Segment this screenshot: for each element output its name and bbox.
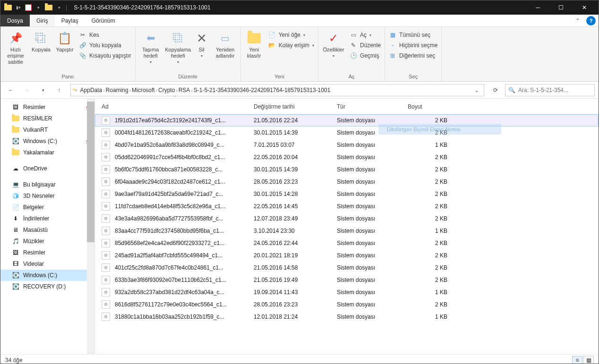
file-row[interactable]: ⚙4bd07e1ba952c6aa9bf83a8d98c08949_c...7.…	[95, 139, 599, 151]
qat-arrow-icon[interactable]: ▮▾	[15, 4, 22, 11]
sidebar-item[interactable]: ⬇İndirilenler	[0, 213, 94, 224]
newfolder-button[interactable]: Yeni klasör	[243, 30, 265, 60]
scrollbar[interactable]	[87, 99, 94, 354]
icons-view-button[interactable]: ▦	[583, 356, 594, 364]
file-row[interactable]: ⚙1f91d2d17ea675d4c2c3192e241743f9_c1...2…	[95, 114, 599, 127]
tab-home[interactable]: Giriş	[30, 15, 55, 26]
file-type: Sistem dosyası	[337, 313, 408, 320]
file-date: 20.01.2021 18:19	[254, 252, 337, 259]
file-date: 12.07.2018 23:49	[254, 215, 337, 222]
moveto-button[interactable]: ⬅Taşıma hedefi▾	[137, 30, 164, 65]
details-view-button[interactable]: ≡	[572, 356, 582, 364]
sidebar-item[interactable]: Yakalamalar	[0, 147, 94, 158]
sidebar-item[interactable]: 🎞Videolar	[0, 258, 94, 270]
scrollbar-thumb[interactable]	[87, 102, 94, 242]
sidebar[interactable]: 🖼Resimler📌RESİMLERVulkanRT💽Windows (C:)📌…	[0, 99, 95, 354]
column-name[interactable]: Ad	[102, 103, 254, 110]
file-row[interactable]: ⚙43e3a4a9826996aba5d7727553958fbf_c...12…	[95, 212, 599, 225]
copy-button[interactable]: ⿻Kopyala	[30, 30, 52, 54]
tab-file[interactable]: Dosya	[0, 15, 30, 26]
breadcrumb-item[interactable]: Roaming	[105, 87, 129, 93]
file-type: Sistem dosyası	[337, 264, 408, 271]
file-row[interactable]: ⚙6f04aaade9c294c03f182cd2487ce612_c1...2…	[95, 176, 599, 188]
sidebar-item[interactable]: ☁OneDrive	[0, 163, 94, 174]
file-row[interactable]: ⚙31880c1a1bba16b03aa252cb192b1f59_c...12…	[95, 311, 599, 323]
file-row[interactable]: ⚙05dd622046991c7cce54f6b4bf0c8bd2_c1...2…	[95, 151, 599, 163]
file-name: 8616d8f52761172c79e0e03c4bec5564_c1...	[115, 301, 254, 308]
invertselection-button[interactable]: ⊞Diğerlerini seç	[387, 51, 439, 61]
column-size[interactable]: Boyut	[408, 103, 447, 110]
file-list[interactable]: ⚙1f91d2d17ea675d4c2c3192e241743f9_c1...2…	[95, 114, 599, 323]
breadcrumb-item[interactable]: RSA	[178, 87, 191, 93]
sidebar-item[interactable]: 💽Windows (C:)📌	[0, 135, 94, 147]
file-row[interactable]: ⚙401cf25c2fd8a870d7c67fe4c0b24861_c1...2…	[95, 262, 599, 274]
breadcrumb-item[interactable]: AppData	[79, 87, 103, 93]
recent-dropdown[interactable]: ▾	[36, 84, 50, 97]
column-type[interactable]: Tür	[337, 103, 408, 110]
breadcrumb-item[interactable]: Crypto	[157, 87, 176, 93]
sidebar-item[interactable]: 🧊3D Nesneler	[0, 190, 94, 202]
file-row[interactable]: ⚙9ae3aef79a91d425bf2a5da69e721ad7_c...30…	[95, 188, 599, 200]
copypath-button[interactable]: 🔗Yolu kopyala	[77, 40, 133, 51]
cut-button[interactable]: ✂Kes	[77, 30, 133, 40]
file-row[interactable]: ⚙85d96568ef2e4ca42ed6f90f22933272_c1...2…	[95, 237, 599, 249]
breadcrumb-item[interactable]: Microsoft	[131, 87, 156, 93]
maximize-button[interactable]: ☐	[550, 0, 572, 15]
sidebar-item[interactable]: 💻Bu bilgisayar	[0, 179, 94, 190]
file-row[interactable]: ⚙932a2db58c237abd381d22df4c63a04a_c...19…	[95, 286, 599, 298]
collapse-ribbon-icon[interactable]: ⌃	[572, 15, 583, 26]
file-row[interactable]: ⚙245ad91a2f5af4abf7cbfd555c498494_c1...2…	[95, 249, 599, 262]
sidebar-item[interactable]: VulkanRT	[0, 124, 94, 135]
tab-view[interactable]: Görünüm	[85, 15, 122, 26]
search-icon: 🔍	[508, 87, 515, 93]
tab-share[interactable]: Paylaş	[55, 15, 85, 26]
sidebar-item[interactable]: 🖥Masaüstü	[0, 224, 94, 236]
copyto-button[interactable]: ⿻Kopyalama hedefi▾	[165, 30, 191, 65]
file-row[interactable]: ⚙11fd7cdaeb8ed414eb48f53c5c82e96a_c1...2…	[95, 200, 599, 212]
column-date[interactable]: Değiştirme tarihi	[254, 103, 337, 110]
back-button[interactable]: ←	[4, 84, 17, 97]
open-button[interactable]: ▭Aç ▾	[348, 30, 383, 40]
help-icon[interactable]: ?	[586, 16, 596, 25]
up-button[interactable]: ↑	[52, 84, 66, 97]
selectall-button[interactable]: ▦Tümünü seç	[387, 30, 439, 40]
file-name: 245ad91a2f5af4abf7cbfd555c498494_c1...	[115, 252, 254, 259]
properties-icon[interactable]: ✓	[25, 4, 32, 11]
file-size: 2 KB	[408, 166, 447, 173]
sidebar-item[interactable]: 🖼Resimler	[0, 247, 94, 258]
search-input[interactable]: 🔍 Ara: S-1-5-21-354...	[505, 84, 595, 96]
sidebar-item[interactable]: 💽RECOVERY (D:)	[0, 281, 94, 292]
minimize-button[interactable]: ─	[527, 0, 548, 15]
easyaccess-button[interactable]: 📂Kolay erişim ▾	[266, 40, 316, 51]
sidebar-item[interactable]: 🎵Müzikler	[0, 236, 94, 247]
file-row[interactable]: ⚙633b3ae3f86f93092e07be1110b62c51_c1...2…	[95, 274, 599, 286]
address-dropdown[interactable]: ⌄	[471, 87, 482, 93]
newitem-button[interactable]: 📄Yeni öğe ▾	[266, 30, 316, 40]
qat-more-icon[interactable]: ▾	[55, 4, 63, 11]
edit-button[interactable]: ✎Düzenle	[348, 40, 383, 51]
refresh-button[interactable]: ⟳	[489, 87, 502, 93]
properties-button[interactable]: ✓Özellikler▾	[320, 30, 347, 59]
chevron-right-icon[interactable]: «	[75, 87, 77, 93]
sidebar-item[interactable]: 📄Belgeler	[0, 202, 94, 213]
breadcrumb-item[interactable]: S-1-5-21-3543390346-2242091764-185791531…	[193, 87, 332, 93]
paste-button[interactable]: 📋Yapıştır	[53, 30, 76, 54]
pasteshortcut-button[interactable]: 📎Kısayolu yapıştır	[77, 51, 133, 61]
file-row[interactable]: ⚙5b6f0c75ddf61760bbca871e00583228_c...30…	[95, 163, 599, 176]
file-row[interactable]: ⚙83aa4cc77f591dfc2374580bbd95f6ba_c1...3…	[95, 225, 599, 237]
sidebar-item[interactable]: 🖼Resimler📌	[0, 102, 94, 113]
pin-quickaccess-button[interactable]: 📌Hızlı erişime sabitle	[2, 30, 29, 66]
shortcut-icon: 📎	[79, 52, 86, 59]
breadcrumb[interactable]: « AppData›Roaming›Microsoft›Crypto›RSA›S…	[70, 84, 484, 96]
selectnone-button[interactable]: ▫Hiçbirini seçme	[387, 40, 439, 51]
sidebar-item[interactable]: 💽Windows (C:)	[0, 270, 94, 281]
file-row[interactable]: ⚙8616d8f52761172c79e0e03c4bec5564_c1...2…	[95, 298, 599, 311]
delete-button[interactable]: ✕Sil▾	[192, 30, 211, 59]
close-button[interactable]: ✕	[573, 0, 595, 15]
file-row[interactable]: ⚙0004fd148126172638caeabf0c219242_c1...3…	[95, 127, 599, 139]
history-button[interactable]: 🕑Geçmiş	[348, 51, 383, 61]
qat-dropdown-icon[interactable]: ▾	[34, 4, 42, 11]
forward-button[interactable]: →	[20, 84, 34, 97]
rename-button[interactable]: ▭Yeniden adlandır	[212, 30, 239, 60]
sidebar-item[interactable]: RESİMLER	[0, 113, 94, 124]
